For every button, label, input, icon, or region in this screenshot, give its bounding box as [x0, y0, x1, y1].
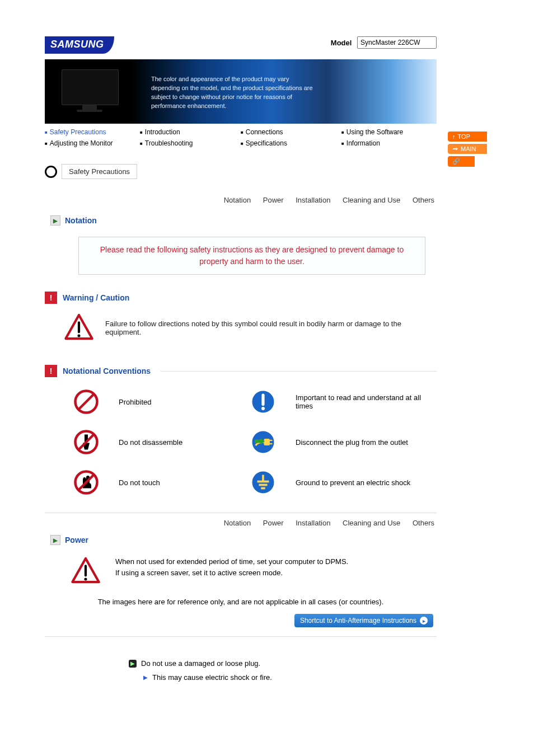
nav-label: Specifications [246, 139, 287, 147]
main-nav: ■Safety Precautions ■Introduction ■Conne… [45, 124, 437, 153]
nav-label: Adjusting the Monitor [50, 139, 113, 147]
nav-introduction[interactable]: ■Introduction [140, 128, 241, 136]
side-quick-tabs: TOP MAIN 🔗 [448, 132, 487, 167]
nav-troubleshooting[interactable]: ■Troubleshooting [140, 139, 241, 147]
heading-text: Power [65, 536, 88, 544]
tip-text: Do not use a damaged or loose plug. [141, 659, 260, 668]
nav-label: Connections [246, 128, 283, 136]
hero-text: The color and appearance of the product … [151, 75, 319, 111]
warning-row: Failure to follow directions noted by th… [64, 313, 437, 342]
divider [45, 513, 437, 513]
circle-icon [45, 166, 57, 178]
subnav-cleaning-use[interactable]: Cleaning and Use [343, 519, 400, 527]
subnav-bottom: Notation Power Installation Cleaning and… [45, 519, 437, 527]
arrow-right-icon [452, 145, 458, 152]
subnav-top: Notation Power Installation Cleaning and… [45, 196, 437, 204]
side-tab-label: MAIN [461, 145, 476, 152]
svg-rect-12 [264, 439, 270, 445]
subnav-power[interactable]: Power [263, 519, 284, 527]
disassemble-icon [64, 429, 109, 456]
nav-label: Using the Software [346, 128, 403, 136]
bullet-icon: ▶ [129, 660, 137, 668]
model-input[interactable] [357, 36, 437, 49]
side-tab-main[interactable]: MAIN [448, 144, 487, 154]
convention-label: Important to read and understand at all … [296, 393, 437, 410]
ground-icon [241, 469, 285, 496]
section-chip: Safety Precautions [45, 164, 437, 179]
subnav-installation[interactable]: Installation [296, 196, 330, 204]
nav-safety-precautions[interactable]: ■Safety Precautions [45, 128, 140, 136]
power-tip-block: ▶ Do not use a damaged or loose plug. ▶ … [129, 659, 437, 682]
subheading-text: Notational Conventions [63, 367, 151, 375]
bookmark-icon: 🔗 [452, 158, 460, 165]
important-icon [241, 388, 285, 415]
prohibited-icon [64, 388, 109, 415]
heading-power: ▶ Power [50, 535, 437, 545]
subheading-text: Warning / Caution [63, 293, 129, 302]
anti-afterimage-shortcut[interactable]: Shortcut to Anti-Afterimage Instructions… [294, 614, 433, 627]
side-tab-label: TOP [458, 133, 470, 140]
nav-adjusting-monitor[interactable]: ■Adjusting the Monitor [45, 139, 140, 147]
subnav-others[interactable]: Others [413, 519, 434, 527]
svg-point-7 [261, 407, 265, 410]
convention-label: Do not touch [119, 478, 231, 487]
convention-label: Do not disassemble [119, 438, 231, 447]
svg-point-2 [77, 335, 80, 337]
conventions-grid: Prohibited Important to read and underst… [64, 388, 437, 496]
side-tab-bookmark[interactable]: 🔗 [448, 156, 475, 167]
divider [161, 371, 437, 372]
hero-banner: The color and appearance of the product … [45, 59, 437, 124]
subnav-notation[interactable]: Notation [224, 196, 251, 204]
divider [45, 636, 437, 637]
subnav-others[interactable]: Others [413, 196, 434, 204]
reference-note: The images here are for reference only, … [45, 598, 437, 606]
triangle-icon: ▶ [143, 674, 148, 680]
nav-label: Troubleshooting [145, 139, 193, 147]
arrow-up-icon [452, 133, 456, 140]
play-icon: ▶ [50, 535, 60, 545]
subnav-notation[interactable]: Notation [224, 519, 251, 527]
subnav-power[interactable]: Power [263, 196, 284, 204]
svg-line-4 [79, 395, 94, 410]
nav-using-software[interactable]: ■Using the Software [341, 128, 437, 136]
section-chip-label: Safety Precautions [62, 164, 137, 179]
monitor-image [62, 69, 118, 109]
subnav-installation[interactable]: Installation [296, 519, 330, 527]
arrow-circle-icon: ▸ [420, 617, 428, 624]
model-row: Model [331, 36, 437, 49]
svg-point-25 [84, 578, 87, 581]
side-tab-top[interactable]: TOP [448, 132, 487, 142]
notouch-icon [64, 469, 109, 496]
safety-banner: Please read the following safety instruc… [78, 237, 425, 275]
nav-specifications[interactable]: ■Specifications [241, 139, 341, 147]
nav-label: Safety Precautions [50, 128, 106, 136]
warning-triangle-icon [64, 313, 94, 342]
subheading-conventions: ! Notational Conventions [45, 365, 437, 377]
nav-label: Information [346, 139, 380, 147]
convention-label: Prohibited [119, 398, 231, 406]
heading-notation: ▶ Notation [50, 215, 437, 226]
nav-connections[interactable]: ■Connections [241, 128, 341, 136]
subnav-cleaning-use[interactable]: Cleaning and Use [343, 196, 400, 204]
warning-text: Failure to follow directions noted by th… [105, 320, 437, 336]
exclamation-icon: ! [45, 365, 57, 377]
tip-subtext: This may cause electric shock or fire. [152, 673, 272, 682]
nav-label: Introduction [145, 128, 180, 136]
play-icon: ▶ [50, 215, 60, 226]
model-label: Model [331, 39, 352, 47]
unplug-icon [241, 429, 285, 456]
power-intro-row: When not used for extended period of tim… [71, 556, 437, 586]
warning-triangle-icon [71, 556, 101, 586]
exclamation-icon: ! [45, 292, 57, 304]
convention-label: Disconnect the plug from the outlet [296, 438, 437, 447]
heading-text: Notation [65, 216, 97, 225]
power-intro-text: When not used for extended period of tim… [115, 556, 348, 578]
convention-label: Ground to prevent an electric shock [296, 478, 437, 487]
shortcut-label: Shortcut to Anti-Afterimage Instructions [300, 617, 416, 624]
nav-information[interactable]: ■Information [341, 139, 437, 147]
brand-logo: SAMSUNG [45, 36, 114, 54]
subheading-warning: ! Warning / Caution [45, 292, 437, 304]
